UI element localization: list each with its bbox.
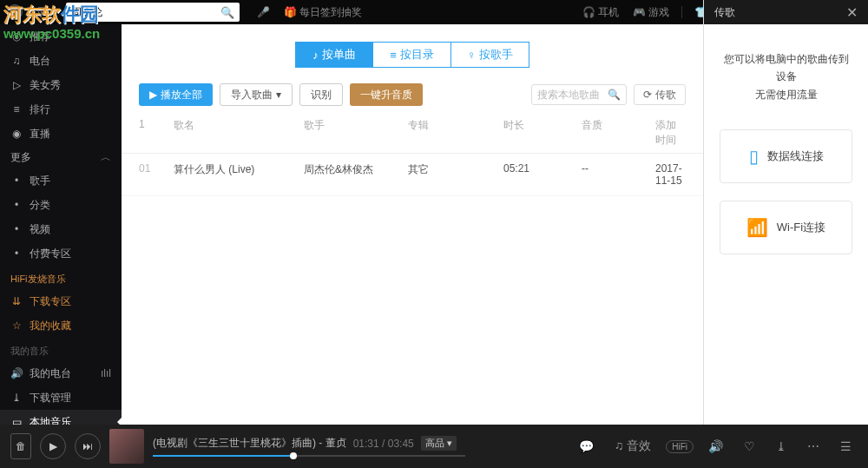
progress-bar[interactable] (153, 455, 465, 457)
identify-button[interactable]: 识别 (299, 83, 343, 106)
refresh-icon: ⟳ (643, 89, 652, 101)
play-icon: ▶ (149, 89, 157, 101)
login-text: 登录 (26, 5, 47, 20)
table-header: 1 歌名 歌手 专辑 时长 音质 添加时间 (122, 111, 703, 154)
download-icon: ⤓ (10, 392, 23, 404)
chevron-down-icon: ▾ (276, 89, 281, 101)
speaker-icon: 🔊 (10, 367, 23, 379)
avatar-icon (7, 4, 23, 20)
hifi-badge[interactable]: HiFi (666, 440, 694, 453)
tab-by-folder[interactable]: ≡按目录 (373, 42, 451, 68)
like-icon[interactable]: ♡ (744, 439, 755, 453)
col-album[interactable]: 专辑 (408, 118, 503, 148)
headphone-link[interactable]: 🎧 耳机 (582, 5, 619, 20)
album-cover[interactable] (109, 429, 144, 464)
trash-icon: 🗑 (16, 440, 26, 452)
sidebar-item-download-zone[interactable]: ⇊下载专区 (0, 289, 122, 313)
sidebar-sub-video[interactable]: •视频 (0, 217, 122, 241)
list-icon: ≡ (390, 49, 397, 62)
next-icon: ⏭ (82, 440, 93, 452)
download-track-icon[interactable]: ⤓ (776, 439, 786, 453)
sidebar-more[interactable]: 更多︿ (0, 146, 122, 168)
sidebar-sub-artist[interactable]: •歌手 (0, 168, 122, 193)
sidebar-section-hifi: HiFi发烧音乐 (0, 266, 122, 289)
effect-button[interactable]: ♫ 音效 (615, 438, 651, 454)
tab-by-song[interactable]: ♪按单曲 (295, 42, 373, 68)
play-all-button[interactable]: ▶播放全部 (139, 83, 213, 106)
play-icon-2: ▶ (49, 440, 57, 452)
playlist-icon[interactable]: ☰ (840, 439, 852, 453)
wifi-icon: 📶 (746, 217, 768, 238)
sidebar-item-recommend[interactable]: ◎推荐 (0, 24, 122, 49)
radio-icon: ♫ (10, 55, 23, 67)
search-box[interactable]: 🔍 (66, 3, 240, 22)
lyrics-icon[interactable]: 💬 (579, 439, 594, 453)
equalizer-icon: ılıl (101, 367, 111, 379)
close-panel-icon[interactable]: ✕ (846, 4, 858, 21)
chevron-down-icon: ▾ (50, 6, 56, 18)
sidebar-item-downloads[interactable]: ⤓下载管理 (0, 386, 122, 410)
usb-icon: ▯ (749, 146, 759, 167)
chevron-up-icon: ︿ (101, 150, 111, 165)
sidebar-item-myradio[interactable]: 🔊我的电台ılıl (0, 361, 122, 386)
mic-icon[interactable]: 🎤 (257, 6, 270, 18)
more-icon[interactable]: ⋯ (807, 439, 819, 453)
wifi-connect-option[interactable]: 📶 Wi-Fi连接 (720, 201, 852, 254)
checkin-link[interactable]: 🎁 每日签到抽奖 (284, 5, 362, 20)
sidebar-item-favorites[interactable]: ☆我的收藏 (0, 313, 122, 338)
play-button[interactable]: ▶ (40, 433, 66, 459)
download-zone-icon: ⇊ (10, 295, 23, 307)
local-search-input[interactable]: 搜索本地歌曲🔍 (531, 84, 627, 105)
game-link[interactable]: 🎮 游戏 (633, 5, 669, 20)
music-note-icon: ♪ (312, 49, 319, 62)
table-row[interactable]: 01 算什么男人 (Live) 周杰伦&林俊杰 其它 05:21 -- 2017… (122, 154, 703, 196)
computer-icon: ▭ (10, 416, 23, 425)
transfer-button[interactable]: ⟳传歌 (634, 84, 686, 105)
col-name[interactable]: 歌名 (174, 118, 304, 148)
col-date[interactable]: 添加时间 (655, 118, 686, 148)
sidebar-item-radio[interactable]: ♫电台 (0, 49, 122, 73)
sidebar-sub-category[interactable]: •分类 (0, 193, 122, 217)
star-icon: ☆ (10, 320, 23, 332)
gamepad-icon: 🎮 (633, 6, 646, 18)
search-icon-2: 🔍 (608, 89, 621, 101)
person-icon: ♀ (467, 49, 476, 62)
col-quality[interactable]: 音质 (582, 118, 655, 148)
sidebar-sub-paid[interactable]: •付费专区 (0, 241, 122, 266)
track-title: (电视剧《三生三世十里桃花》插曲) - 董贞 (153, 436, 346, 451)
import-button[interactable]: 导入歌曲▾ (220, 83, 293, 106)
video-icon: ▷ (10, 79, 23, 91)
next-button[interactable]: ⏭ (75, 433, 101, 459)
col-duration[interactable]: 时长 (503, 118, 582, 148)
transfer-panel-header: 传歌 ✕ (704, 0, 868, 24)
transfer-info: 您可以将电脑中的歌曲传到设备 无需使用流量 (704, 24, 868, 121)
usb-connect-option[interactable]: ▯ 数据线连接 (720, 129, 852, 183)
gift-icon: 🎁 (284, 6, 297, 18)
sidebar-section-mymusic: 我的音乐 (0, 338, 122, 361)
tab-by-artist[interactable]: ♀按歌手 (451, 42, 529, 68)
col-artist[interactable]: 歌手 (304, 118, 408, 148)
sidebar-item-show[interactable]: ▷美女秀 (0, 73, 122, 97)
rank-icon: ≡ (10, 103, 23, 115)
recommend-icon: ◎ (10, 30, 23, 43)
sidebar-item-rank[interactable]: ≡排行 (0, 97, 122, 122)
volume-icon[interactable]: 🔊 (708, 439, 723, 453)
user-login[interactable]: 登录 ▾ (7, 4, 56, 20)
upgrade-quality-button[interactable]: 一键升音质 (350, 83, 423, 106)
live-icon: ◉ (10, 128, 23, 140)
quality-selector[interactable]: 高品 ▾ (421, 436, 457, 451)
headphone-icon: 🎧 (582, 6, 595, 18)
search-icon[interactable]: 🔍 (220, 6, 234, 19)
sidebar-item-live[interactable]: ◉直播 (0, 122, 122, 146)
search-input[interactable] (71, 6, 220, 18)
trash-button[interactable]: 🗑 (10, 433, 31, 459)
sidebar-item-local-music[interactable]: ▭本地音乐 (0, 410, 122, 425)
